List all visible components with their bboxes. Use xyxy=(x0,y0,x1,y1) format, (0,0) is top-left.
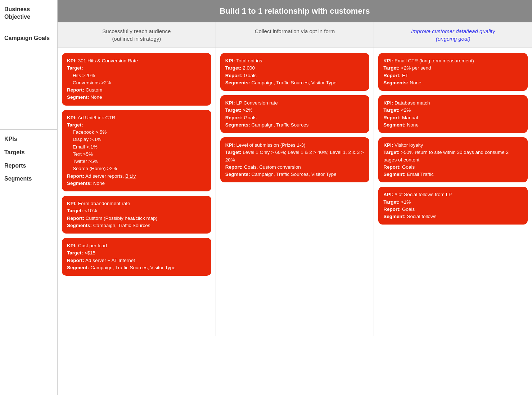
header-title: Build 1 to 1 relationship with customers xyxy=(220,6,370,15)
kpi-card-1-0: KPI: Total opt ins Target: 2,000 Report:… xyxy=(220,53,370,91)
kpi-card-2-3: KPI: # of Social follows from LP Target:… xyxy=(378,187,528,225)
sidebar-segments: Segments xyxy=(0,172,57,186)
business-objective-label: Business Objective xyxy=(4,6,30,20)
sidebar-kpis: KPIs xyxy=(0,130,57,146)
sidebar-reports: Reports xyxy=(0,159,57,173)
header-bar: Build 1 to 1 relationship with customers xyxy=(58,0,532,22)
segments-label: Segments xyxy=(4,176,32,182)
kpi-card-2-2: KPI: Visitor loyalty Target: >50% return… xyxy=(378,137,528,182)
col-body-0: KPI: 301 Hits & Conversion Rate Target: … xyxy=(58,48,216,336)
col-header-2: Improve customer data/lead quality(ongoi… xyxy=(374,22,532,48)
kpi-card-0-0: KPI: 301 Hits & Conversion Rate Target: … xyxy=(62,53,211,106)
kpi-card-0-1: KPI: Ad Unit/Link CTR Target: Facebook >… xyxy=(62,110,211,192)
campaign-goals-label: Campaign Goals xyxy=(4,35,50,41)
sidebar-campaign-goals: Campaign Goals xyxy=(0,29,57,130)
sidebar-targets: Targets xyxy=(0,146,57,159)
left-sidebar: Business Objective Campaign Goals KPIs T… xyxy=(0,0,58,395)
kpi-card-2-1: KPI: Database match Target: <2% Report: … xyxy=(378,95,528,133)
outer-container: Business Objective Campaign Goals KPIs T… xyxy=(0,0,532,395)
col-header-0-text: Successfully reach audience(outlined in … xyxy=(102,28,171,42)
reports-label: Reports xyxy=(4,163,26,169)
col-header-2-text: Improve customer data/lead quality(ongoi… xyxy=(411,28,495,42)
kpi-card-1-2: KPI: Level of submission (Prizes 1-3) Ta… xyxy=(220,137,370,182)
col-header-1-text: Collect information via opt in form xyxy=(255,28,335,34)
columns-body: KPI: 301 Hits & Conversion Rate Target: … xyxy=(58,48,532,395)
column-headers: Successfully reach audience(outlined in … xyxy=(58,22,532,48)
col-header-1: Collect information via opt in form xyxy=(216,22,374,48)
targets-label: Targets xyxy=(4,149,25,155)
col-body-1: KPI: Total opt ins Target: 2,000 Report:… xyxy=(216,48,374,336)
main-content: Build 1 to 1 relationship with customers… xyxy=(58,0,532,395)
kpi-card-0-3: KPI: Cost per lead Target: <$15 Report: … xyxy=(62,238,211,276)
kpis-label: KPIs xyxy=(4,136,17,142)
col-body-2: KPI: Email CTR (long term measurement) T… xyxy=(374,48,532,336)
kpi-card-0-2: KPI: Form abandonment rate Target: <10% … xyxy=(62,196,211,234)
kpi-card-1-1: KPI: LP Conversion rate Target: >2% Repo… xyxy=(220,95,370,133)
sidebar-business-objective: Business Objective xyxy=(0,0,57,29)
col-header-0: Successfully reach audience(outlined in … xyxy=(58,22,216,48)
kpi-card-2-0: KPI: Email CTR (long term measurement) T… xyxy=(378,53,528,91)
